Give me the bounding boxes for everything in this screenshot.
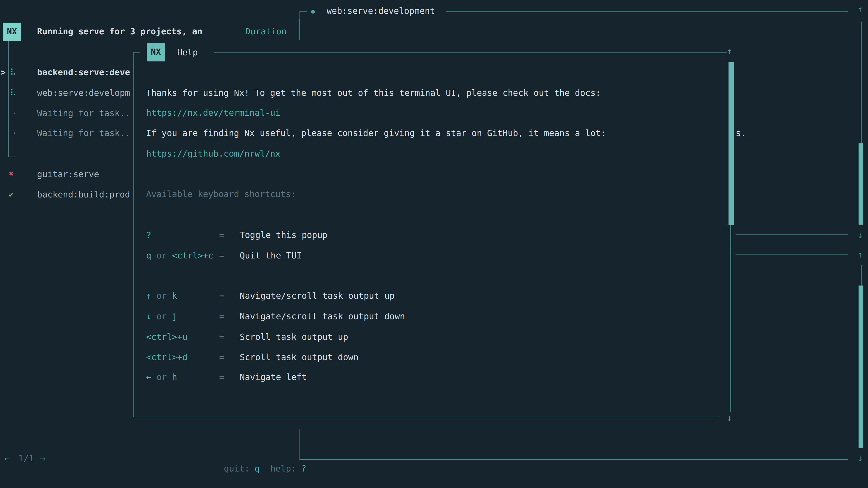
equals-sign: = [219,291,224,301]
shortcut-key: <ctrl>+c [172,251,213,260]
shortcut-key: k [172,291,177,301]
task-row[interactable]: ⠧ web:serve:developm [0,88,133,98]
pane-divider-upper [736,234,848,234]
shortcut-description: Scroll task output down [240,352,359,362]
popup-title: Help [177,48,198,58]
top-pane-scrollbar-track[interactable] [860,22,862,143]
task-label: backend:build:prod [37,190,130,200]
popup-intro-docs: Thanks for using Nx! To get the most out… [146,88,601,98]
task-label: web:serve:developm [37,88,130,98]
task-row[interactable]: ✖ guitar:serve [0,169,133,179]
shortcut-key: <ctrl>+u [146,332,188,342]
top-pane-scrollbar-thumb[interactable] [859,143,863,225]
task-label: Waiting for task.. [37,108,130,119]
help-key: ? [301,464,306,474]
shortcut-row: <ctrl>+d = Scroll task output down [146,352,600,362]
shortcut-row: ← or h = Navigate left [146,372,600,382]
shortcut-key: q [146,251,151,260]
failed-cross-icon: ✖ [9,169,13,178]
bottom-pane-scrollbar-thumb[interactable] [859,286,863,448]
nx-logo: NX [3,23,21,41]
shortcuts-heading: Available keyboard shortcuts: [146,189,296,199]
popup-bottom-border [133,417,719,417]
success-check-icon: ✔ [9,190,13,199]
task-label: backend:serve:deve [37,68,130,77]
popup-scroll-down-icon[interactable]: ↓ [727,413,733,423]
top-pane-scroll-up-icon[interactable]: ↑ [857,4,863,14]
shortcut-row: <ctrl>+u = Scroll task output up [146,332,600,342]
shortcut-description: Toggle this popup [240,230,328,240]
pane-divider-lower [736,254,848,254]
popup-left-border [133,52,134,417]
equals-sign: = [219,372,224,382]
task-group-border-corner [8,157,15,157]
pending-dot-icon: · [12,108,18,119]
spinner-icon: ⠧ [10,88,16,98]
popup-top-border [214,52,727,53]
shortcut-row: ↓ or j = Navigate/scroll task output dow… [146,312,600,322]
task-row[interactable]: · Waiting for task.. [0,108,133,119]
popup-scroll-up-icon[interactable]: ↑ [727,46,733,57]
bottom-pane-scroll-up-icon[interactable]: ↑ [857,250,863,260]
equals-sign: = [219,312,224,322]
help-hint-label: help: [270,464,296,474]
duration-column-header: Duration [245,27,287,37]
shortcut-key: j [172,312,177,322]
pane-title-stub [300,11,307,11]
shortcut-key: ? [146,230,151,240]
page-indicator: 1/1 [18,454,34,464]
or-separator: or [151,251,172,260]
shortcut-key: ← [146,372,151,382]
popup-top-stub [133,52,140,53]
task-label: Waiting for task.. [37,128,130,138]
clipped-output-text: s. [736,128,746,138]
shortcut-description: Navigate/scroll task output down [240,312,405,322]
popup-scrollbar-thumb[interactable] [728,62,734,225]
shortcut-description: Quit the TUI [240,251,302,260]
pane-title: web:serve:development [327,6,435,16]
quit-hint-label: quit: [224,464,250,474]
quit-key: q [255,464,260,474]
statusbar-hints: quit:qhelp:? [203,454,306,484]
shortcut-key: ↓ [146,312,151,322]
github-link[interactable]: https://github.com/nrwl/nx [146,149,281,159]
running-bullet-icon: ● [311,6,315,17]
shortcut-key: h [172,372,177,382]
shortcut-row: ? = Toggle this popup [146,230,600,240]
docs-link[interactable]: https://nx.dev/terminal-ui [146,108,281,118]
shortcut-description: Navigate left [240,372,307,382]
equals-sign: = [219,230,224,240]
popup-scrollbar-track[interactable] [730,225,733,412]
task-row[interactable]: ✔ backend:build:prod [0,190,133,200]
shortcut-description: Scroll task output up [240,332,348,342]
shortcut-key: ↑ [146,291,151,301]
pending-dot-icon: · [12,128,18,138]
nx-terminal-ui: NX Running serve for 3 projects, an Dura… [0,0,868,488]
page-title: Running serve for 3 projects, an [37,27,202,37]
task-row[interactable]: · Waiting for task.. [0,128,133,138]
pane-title-line [446,11,848,11]
pane-bottom-border [300,459,848,460]
equals-sign: = [219,352,224,362]
popup-nx-logo: NX [147,43,165,61]
or-separator: or [151,291,172,301]
shortcut-row: ↑ or k = Navigate/scroll task output up [146,291,600,301]
page-prev-icon[interactable]: ← [4,454,10,464]
task-group-border [8,41,9,157]
page-next-icon[interactable]: → [40,454,45,464]
equals-sign: = [219,332,224,342]
shortcut-key: <ctrl>+d [146,352,188,362]
task-row[interactable]: ⠧ backend:serve:deve [0,68,133,77]
popup-intro-star: If you are finding Nx useful, please con… [146,128,606,138]
shortcut-row: q or <ctrl>+c = Quit the TUI [146,251,600,260]
equals-sign: = [219,251,224,260]
or-separator: or [151,312,172,322]
or-separator: or [151,372,172,382]
shortcut-description: Navigate/scroll task output up [240,291,395,301]
pane-left-border-top [300,11,300,40]
bottom-pane-scroll-down-icon[interactable]: ↓ [857,453,863,463]
spinner-icon: ⠧ [10,68,16,77]
top-pane-scroll-down-icon[interactable]: ↓ [857,230,863,240]
bottom-pane-scrollbar-track[interactable] [860,265,862,286]
task-label: guitar:serve [37,169,99,179]
